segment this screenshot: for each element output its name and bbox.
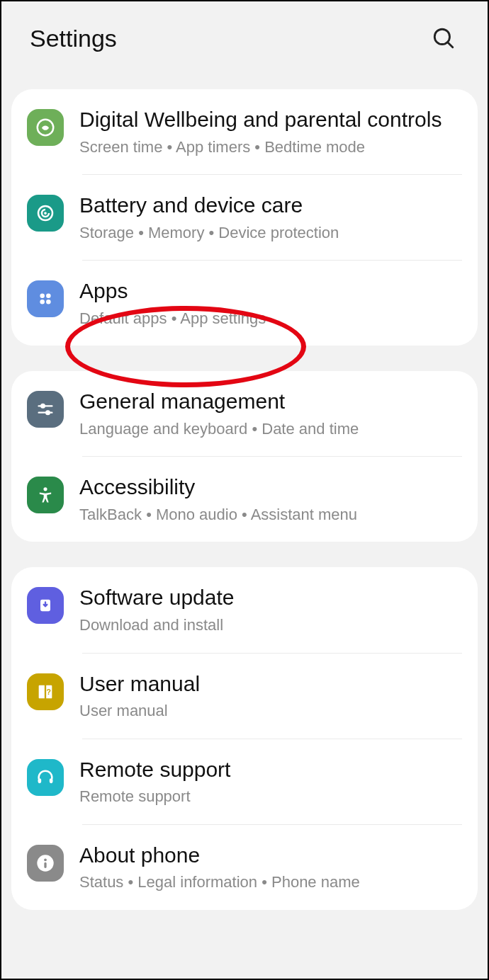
row-title: Remote support — [79, 756, 462, 783]
search-button[interactable] — [428, 23, 459, 54]
row-software-update[interactable]: Software update Download and install — [11, 567, 478, 652]
svg-rect-16 — [38, 778, 42, 783]
wellbeing-icon — [27, 109, 64, 146]
row-subtitle: TalkBack • Mono audio • Assistant menu — [79, 505, 462, 525]
row-subtitle: User manual — [79, 701, 462, 722]
row-user-manual[interactable]: ? User manual User manual — [11, 654, 478, 739]
svg-point-5 — [40, 294, 45, 299]
device-care-icon — [27, 195, 64, 232]
settings-group: Software update Download and install ? U… — [11, 567, 478, 909]
row-title: Accessibility — [79, 474, 462, 501]
row-apps[interactable]: Apps Default apps • App settings — [11, 261, 478, 346]
svg-point-12 — [46, 411, 50, 415]
row-text: User manual User manual — [79, 671, 462, 722]
apps-icon — [27, 280, 64, 317]
row-subtitle: Status • Legal information • Phone name — [79, 872, 462, 893]
row-about-phone[interactable]: About phone Status • Legal information •… — [11, 825, 478, 910]
row-battery-device-care[interactable]: Battery and device care Storage • Memory… — [11, 175, 478, 260]
row-text: Apps Default apps • App settings — [79, 278, 462, 329]
row-title: Battery and device care — [79, 192, 462, 219]
row-subtitle: Screen time • App timers • Bedtime mode — [79, 137, 462, 158]
header: Settings — [1, 1, 488, 89]
row-text: Digital Wellbeing and parental controls … — [79, 106, 462, 157]
row-subtitle: Download and install — [79, 615, 462, 636]
row-subtitle: Remote support — [79, 787, 462, 807]
headset-icon — [27, 759, 64, 796]
manual-icon: ? — [27, 673, 64, 710]
sliders-icon — [27, 391, 64, 428]
row-text: General management Language and keyboard… — [79, 388, 462, 439]
svg-point-10 — [41, 404, 45, 408]
row-title: Software update — [79, 584, 462, 611]
row-title: Apps — [79, 278, 462, 304]
svg-point-7 — [40, 300, 45, 304]
row-digital-wellbeing[interactable]: Digital Wellbeing and parental controls … — [11, 89, 478, 174]
row-title: Digital Wellbeing and parental controls — [79, 106, 462, 133]
svg-text:?: ? — [46, 687, 50, 695]
row-accessibility[interactable]: Accessibility TalkBack • Mono audio • As… — [11, 457, 478, 542]
row-text: About phone Status • Legal information •… — [79, 842, 462, 893]
search-icon — [432, 26, 456, 50]
row-title: General management — [79, 388, 462, 415]
row-general-management[interactable]: General management Language and keyboard… — [11, 371, 478, 456]
svg-point-13 — [43, 488, 47, 491]
svg-rect-20 — [44, 862, 46, 868]
row-subtitle: Default apps • App settings — [79, 309, 462, 329]
svg-point-8 — [46, 300, 51, 304]
svg-point-19 — [44, 858, 47, 861]
row-text: Battery and device care Storage • Memory… — [79, 192, 462, 243]
row-subtitle: Language and keyboard • Date and time — [79, 419, 462, 440]
row-text: Software update Download and install — [79, 584, 462, 635]
svg-line-1 — [448, 42, 453, 47]
settings-group: General management Language and keyboard… — [11, 371, 478, 542]
svg-point-6 — [46, 294, 51, 299]
row-remote-support[interactable]: Remote support Remote support — [11, 739, 478, 824]
row-title: About phone — [79, 842, 462, 869]
row-text: Remote support Remote support — [79, 756, 462, 807]
row-subtitle: Storage • Memory • Device protection — [79, 223, 462, 244]
update-icon — [27, 587, 64, 624]
svg-rect-17 — [50, 778, 53, 783]
accessibility-icon — [27, 477, 64, 513]
page-title: Settings — [30, 25, 117, 52]
info-icon — [27, 845, 64, 882]
row-title: User manual — [79, 671, 462, 697]
row-text: Accessibility TalkBack • Mono audio • As… — [79, 474, 462, 525]
svg-point-4 — [44, 212, 47, 215]
settings-group: Digital Wellbeing and parental controls … — [11, 89, 478, 346]
